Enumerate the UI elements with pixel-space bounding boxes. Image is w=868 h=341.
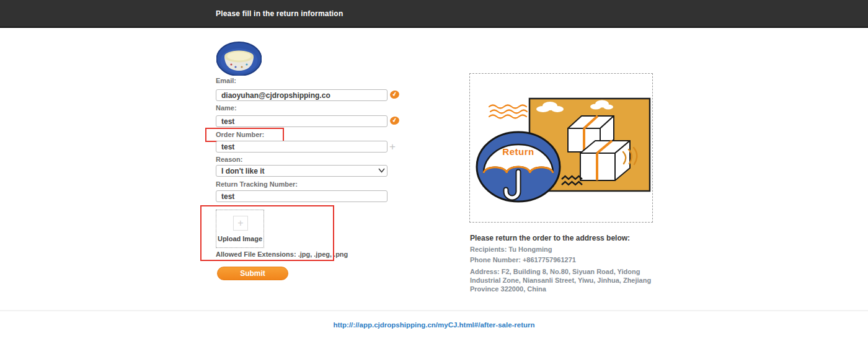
upload-plus-icon: + — [233, 216, 248, 231]
squiggle-lines-orange — [489, 105, 527, 118]
email-field[interactable] — [216, 89, 388, 101]
reason-select[interactable]: I don't like it — [216, 165, 388, 177]
return-umbrella-badge: Return — [477, 132, 560, 202]
address-text: Address: F2, Building 8, No.80, Siyuan R… — [470, 267, 657, 293]
page-title: Please fill in the return information — [216, 0, 343, 28]
footer-divider — [0, 310, 868, 311]
return-form-page: Please fill in the return information Em… — [0, 0, 868, 341]
header-bar: Please fill in the return information — [0, 0, 868, 28]
upload-image-label: Upload Image — [216, 235, 264, 242]
reason-label: Reason: — [216, 156, 242, 163]
name-field[interactable] — [216, 115, 388, 127]
return-umbrella-label: Return — [502, 146, 534, 157]
parcel-box-bottom — [580, 141, 630, 180]
order-number-field[interactable] — [216, 141, 388, 153]
product-image — [216, 40, 262, 76]
allowed-extensions-text: Allowed File Extensions: .jpg, .jpeg, .p… — [216, 250, 348, 258]
order-number-label: Order Number: — [216, 131, 264, 138]
upload-image-button[interactable]: + Upload Image — [216, 210, 264, 248]
email-valid-check-icon: ✔ — [389, 89, 401, 99]
product-bowl-illustration — [216, 40, 262, 76]
return-illustration-frame: Return — [469, 73, 653, 223]
email-label: Email: — [216, 77, 236, 84]
name-label: Name: — [216, 104, 237, 112]
submit-button[interactable]: Submit — [217, 267, 288, 280]
phone-number-text: Phone Number: +8617757961271 — [470, 256, 576, 264]
add-order-plus-icon[interactable]: + — [389, 141, 396, 153]
return-illustration: Return — [470, 74, 652, 222]
tracking-number-field[interactable] — [216, 190, 388, 202]
return-address-heading: Please return the order to the address b… — [470, 234, 630, 242]
recipients-text: Recipients: Tu Hongming — [470, 246, 552, 253]
name-valid-check-icon: ✔ — [389, 115, 401, 125]
footer-url-link[interactable]: http://://app.cjdropshipping.cn/myCJ.htm… — [0, 321, 868, 329]
tracking-number-label: Return Tracking Number: — [216, 180, 298, 188]
